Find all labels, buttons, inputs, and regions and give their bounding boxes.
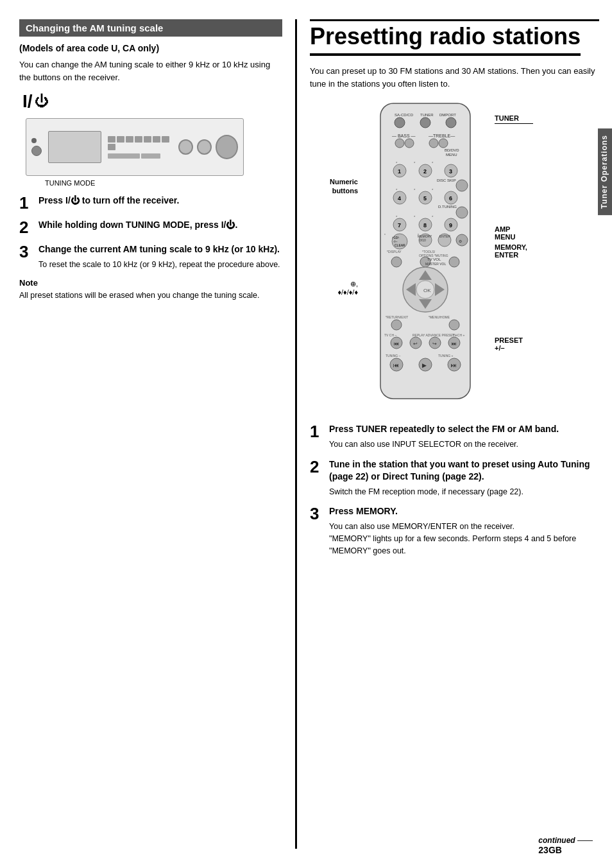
right-step-3-title: Press MEMORY. <box>329 505 599 518</box>
svg-text:⏭: ⏭ <box>452 341 457 347</box>
svg-text:⏮: ⏮ <box>394 341 399 347</box>
svg-text:↩: ↩ <box>413 341 418 347</box>
right-column: Presetting radio stations You can preset… <box>295 19 599 849</box>
preset-label: PRESET+/– <box>495 336 523 352</box>
svg-text:6: 6 <box>449 195 452 202</box>
svg-text:▶: ▶ <box>422 362 427 369</box>
sidebar-tab: Tuner Operations <box>598 128 612 215</box>
power-icon-area: I/ ⏻ <box>22 91 282 112</box>
svg-text:MASTER VOL: MASTER VOL <box>425 262 446 266</box>
svg-text:4: 4 <box>398 195 401 202</box>
svg-text:5: 5 <box>423 195 427 202</box>
remote-left-labels: Numericbuttons ⊕,♦/♦/♦/♦ <box>310 100 361 410</box>
page-footer: continued —— 23GB <box>538 836 593 855</box>
right-step-1-number: 1 <box>310 423 324 440</box>
svg-text:9: 9 <box>449 222 452 229</box>
svg-text:TUNING –: TUNING – <box>386 354 401 358</box>
page-number: 23GB <box>538 845 562 855</box>
section-subtitle: (Models of area code U, CA only) <box>19 43 282 53</box>
step-3-sub: To reset the scale to 10 kHz (or 9 kHz),… <box>38 259 282 271</box>
remote-area: Numericbuttons ⊕,♦/♦/♦/♦ SA-CD/CD TUNER … <box>310 100 599 410</box>
svg-point-11 <box>429 139 438 148</box>
step-1-title: Press I/⏻ to turn off the receiver. <box>38 195 282 207</box>
right-step-1-sub: You can also use INPUT SELECTOR on the r… <box>329 438 599 451</box>
svg-point-5 <box>420 117 430 128</box>
svg-text:TV VOL: TV VOL <box>427 257 441 261</box>
right-intro: You can preset up to 30 FM stations and … <box>310 65 599 92</box>
left-column: Changing the AM tuning scale (Models of … <box>19 19 295 849</box>
remote-right-labels: TUNER AMPMENU MEMORY,ENTER PRESET+/– <box>489 100 599 410</box>
remote-control-svg: SA-CD/CD TUNER DMPORT — BASS — —TREBLE— … <box>361 100 489 408</box>
svg-text:TV CH +: TV CH + <box>452 333 464 337</box>
right-step-1: 1 Press TUNER repeatedly to select the F… <box>310 423 599 450</box>
svg-text:0/10: 0/10 <box>420 238 426 242</box>
svg-point-77 <box>449 320 459 330</box>
continued-label: continued <box>538 836 575 845</box>
svg-point-25 <box>456 180 468 191</box>
top-divider <box>310 19 599 21</box>
svg-point-62 <box>391 257 402 267</box>
svg-text:7: 7 <box>398 222 401 229</box>
note-section: Note All preset stations will be erased … <box>19 278 282 302</box>
right-step-2-title: Tune in the station that you want to pre… <box>329 458 599 483</box>
svg-text:—TREBLE—: —TREBLE— <box>429 134 455 138</box>
power-symbol: ⏻ <box>35 93 49 110</box>
svg-point-36 <box>456 207 468 218</box>
note-text: All preset stations will be erased when … <box>19 290 282 302</box>
svg-text:OK: OK <box>423 288 431 293</box>
numeric-buttons-label: Numericbuttons <box>330 177 358 196</box>
step-2: 2 While holding down TUNING MODE, press … <box>19 219 282 236</box>
svg-point-76 <box>391 320 402 330</box>
tuning-mode-label: TUNING MODE <box>45 179 282 187</box>
svg-text:3: 3 <box>449 168 452 175</box>
svg-text:⚙: ⚙ <box>459 239 462 243</box>
step-3-number: 3 <box>19 243 33 260</box>
memory-enter-label: MEMORY,ENTER <box>495 238 527 259</box>
svg-text:*DISPLAY: *DISPLAY <box>387 250 402 254</box>
step-2-title: While holding down TUNING MODE, press I/… <box>38 219 282 232</box>
svg-text:↪: ↪ <box>432 341 437 347</box>
note-label: Note <box>19 278 282 288</box>
svg-text:D.TUNING: D.TUNING <box>438 205 457 209</box>
svg-point-6 <box>446 117 456 128</box>
svg-text:⏮: ⏮ <box>393 362 399 369</box>
right-step-3: 3 Press MEMORY. You can also use MEMORY/… <box>310 505 599 557</box>
step-3: 3 Change the current AM tuning scale to … <box>19 243 282 270</box>
step-3-title: Change the current AM tuning scale to 9 … <box>38 243 282 256</box>
step-1-number: 1 <box>19 195 33 211</box>
right-step-1-title: Press TUNER repeatedly to select the FM … <box>329 423 599 436</box>
svg-text:CLEAR: CLEAR <box>395 243 405 247</box>
power-icon: I/ <box>22 91 33 112</box>
svg-text:*RETURN/EXIT: *RETURN/EXIT <box>386 315 408 319</box>
svg-point-10 <box>405 139 414 148</box>
svg-text:TUNING +: TUNING + <box>438 354 454 358</box>
svg-point-64 <box>449 257 459 267</box>
svg-text:TV CH –: TV CH – <box>384 333 396 337</box>
right-step-2-content: Tune in the station that you want to pre… <box>329 458 599 498</box>
right-title: Presetting radio stations <box>310 24 581 56</box>
svg-point-9 <box>395 139 404 148</box>
step-3-content: Change the current AM tuning scale to 9 … <box>38 243 282 270</box>
svg-text:2: 2 <box>423 168 427 175</box>
svg-text:DMPORT: DMPORT <box>439 113 456 117</box>
remote-svg: SA-CD/CD TUNER DMPORT — BASS — —TREBLE— … <box>361 100 489 410</box>
step-1-content: Press I/⏻ to turn off the receiver. <box>38 195 282 210</box>
svg-text:DISC SKIP: DISC SKIP <box>437 178 456 182</box>
plus-symbol-label: ⊕,♦/♦/♦/♦ <box>337 280 358 296</box>
svg-text:REPLAY ADVANCE PRESET +: REPLAY ADVANCE PRESET + <box>412 333 457 337</box>
step-2-number: 2 <box>19 219 33 236</box>
svg-text:8: 8 <box>423 222 427 229</box>
svg-text:MENU: MENU <box>446 153 457 157</box>
footer-line: —— <box>577 836 593 845</box>
svg-text:SA-CD/CD: SA-CD/CD <box>395 113 414 117</box>
svg-text:TUNER: TUNER <box>420 113 434 117</box>
right-step-1-content: Press TUNER repeatedly to select the FM … <box>329 423 599 450</box>
svg-point-57 <box>456 234 468 246</box>
tuner-label: TUNER <box>495 114 533 124</box>
section-title: Changing the AM tuning scale <box>19 19 282 37</box>
svg-point-4 <box>395 117 405 128</box>
receiver-image <box>26 118 244 176</box>
right-step-3-content: Press MEMORY. You can also use MEMORY/EN… <box>329 505 599 557</box>
step-2-content: While holding down TUNING MODE, press I/… <box>38 219 282 234</box>
right-step-2-number: 2 <box>310 458 324 475</box>
